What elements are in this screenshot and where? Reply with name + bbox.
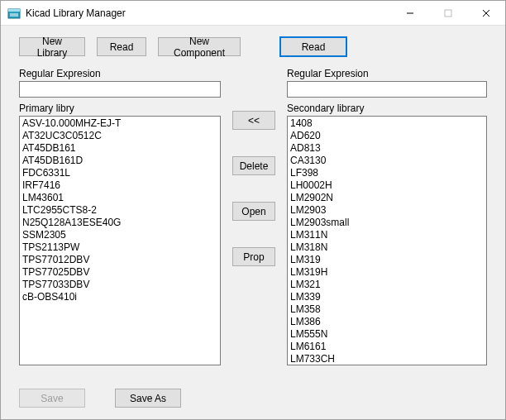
secondary-list-item[interactable]: AD620	[289, 130, 485, 142]
secondary-list-item[interactable]: CA3130	[289, 155, 485, 167]
middle-buttons: << Delete Open Prop	[229, 68, 279, 365]
primary-list-item[interactable]: SSM2305	[21, 229, 218, 241]
secondary-panel: Regular Expresion Secondary library 1408…	[287, 68, 487, 365]
minimize-button[interactable]	[391, 1, 429, 26]
secondary-list-item[interactable]: AD813	[289, 142, 485, 155]
svg-rect-1	[8, 9, 20, 12]
new-component-button[interactable]: New Component	[158, 37, 241, 56]
app-window: Kicad Library Manager New Library Read N…	[0, 0, 506, 420]
secondary-listbox[interactable]: 1408AD620AD813CA3130LF398LH0002HLM2902NL…	[287, 116, 487, 365]
primary-regex-label: Regular Expresion	[19, 68, 221, 79]
delete-button[interactable]: Delete	[232, 156, 275, 175]
primary-list-item[interactable]: AT32UC3C0512C	[21, 130, 218, 142]
maximize-button[interactable]	[429, 1, 467, 26]
read-right-button[interactable]: Read	[280, 37, 346, 56]
open-button[interactable]: Open	[232, 202, 275, 221]
secondary-list-item[interactable]: LM2903small	[289, 217, 485, 229]
secondary-list-item[interactable]: LH0002H	[289, 179, 485, 192]
top-toolbar: New Library Read New Component Read	[19, 37, 487, 56]
secondary-list-item[interactable]: LM339	[289, 291, 485, 303]
secondary-list-item[interactable]: LM319H	[289, 266, 485, 279]
titlebar: Kicad Library Manager	[1, 1, 505, 26]
save-as-button[interactable]: Save As	[115, 389, 181, 408]
primary-list-item[interactable]: LTC2955CTS8-2	[21, 204, 218, 217]
secondary-list-item[interactable]: LM318N	[289, 241, 485, 254]
read-left-button[interactable]: Read	[97, 37, 146, 56]
primary-list-item[interactable]: LM43601	[21, 192, 218, 204]
primary-list-item[interactable]: N25Q128A13ESE40G	[21, 217, 218, 229]
bottom-toolbar: Save Save As	[19, 389, 181, 408]
primary-list-item[interactable]: AT45DB161D	[21, 155, 218, 167]
new-library-button[interactable]: New Library	[19, 37, 85, 56]
move-left-button[interactable]: <<	[232, 111, 275, 130]
secondary-list-item[interactable]: LM6161	[289, 341, 485, 353]
secondary-list-item[interactable]: LM358	[289, 303, 485, 316]
primary-list-label: Primary libry	[19, 103, 221, 114]
primary-list-item[interactable]: ASV-10.000MHZ-EJ-T	[21, 117, 218, 130]
content-area: New Library Read New Component Read Regu…	[1, 26, 505, 419]
window-title: Kicad Library Manager	[26, 7, 126, 19]
primary-listbox[interactable]: ASV-10.000MHZ-EJ-TAT32UC3C0512CAT45DB161…	[19, 116, 221, 365]
app-icon	[7, 7, 21, 20]
primary-list-item[interactable]: cB-OBS410i	[21, 291, 218, 303]
svg-rect-5	[445, 10, 451, 17]
close-button[interactable]	[467, 1, 505, 26]
save-button[interactable]: Save	[19, 389, 85, 408]
primary-list-item[interactable]: TPS2113PW	[21, 241, 218, 254]
secondary-list-item[interactable]: LM555N	[289, 328, 485, 341]
secondary-list-item[interactable]: LM319	[289, 254, 485, 266]
secondary-list-item[interactable]: LM386	[289, 316, 485, 328]
prop-button[interactable]: Prop	[232, 247, 275, 266]
secondary-list-item[interactable]: LM2902N	[289, 192, 485, 204]
primary-list-item[interactable]: FDC6331L	[21, 167, 218, 179]
secondary-list-item[interactable]: LM311N	[289, 229, 485, 241]
secondary-list-item[interactable]: LF398	[289, 167, 485, 179]
secondary-list-item[interactable]: 1408	[289, 117, 485, 130]
secondary-regex-input[interactable]	[287, 81, 487, 98]
primary-list-item[interactable]: TPS77025DBV	[21, 266, 218, 279]
secondary-list-label: Secondary library	[287, 103, 487, 114]
secondary-regex-label: Regular Expresion	[287, 68, 487, 79]
primary-regex-input[interactable]	[19, 81, 221, 98]
primary-list-item[interactable]: TPS77033DBV	[21, 279, 218, 291]
secondary-list-item[interactable]: LM733CH	[289, 353, 485, 365]
secondary-list-item[interactable]: LM321	[289, 279, 485, 291]
primary-list-item[interactable]: IRF7416	[21, 179, 218, 192]
secondary-list-item[interactable]: LM2903	[289, 204, 485, 217]
primary-panel: Regular Expresion Primary libry ASV-10.0…	[19, 68, 221, 365]
primary-list-item[interactable]: TPS77012DBV	[21, 254, 218, 266]
primary-list-item[interactable]: AT45DB161	[21, 142, 218, 155]
